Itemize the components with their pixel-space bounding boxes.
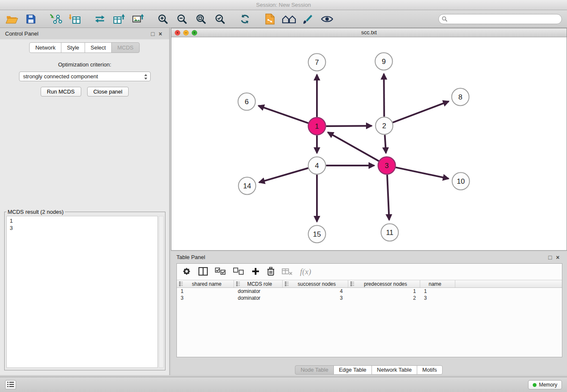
graph-node-label: 3: [385, 162, 388, 170]
import-table-button[interactable]: [68, 12, 82, 26]
zoom-window-icon[interactable]: +: [192, 30, 197, 36]
status-bar: Memory: [0, 377, 567, 392]
network-view-window: × − + scc.txt 7968124314101511: [171, 28, 567, 251]
graph-edge-2-8[interactable]: [393, 101, 449, 122]
refresh-arrows-icon: [239, 14, 250, 25]
import-network-icon: [50, 14, 62, 25]
graph-edge-1-6[interactable]: [259, 106, 308, 123]
graph-node-label: 2: [382, 122, 386, 130]
table-settings-button[interactable]: [182, 267, 191, 277]
tab-edge-table[interactable]: Edge Table: [333, 365, 372, 375]
delete-table-icon: [282, 268, 293, 276]
network-graph[interactable]: 7968124314101511: [171, 37, 567, 250]
table-panel-header: Table Panel □ ×: [171, 251, 567, 263]
close-table-panel-icon[interactable]: ×: [554, 254, 561, 261]
tab-mcds[interactable]: MCDS: [111, 42, 139, 53]
network-document-button[interactable]: [263, 12, 277, 26]
apply-function-button[interactable]: f(x): [300, 267, 311, 276]
table-cell: 2: [348, 295, 420, 301]
tab-select[interactable]: Select: [85, 42, 112, 53]
float-panel-icon[interactable]: □: [149, 30, 157, 38]
export-image-button[interactable]: [131, 12, 145, 26]
add-row-button[interactable]: [251, 267, 260, 277]
import-table-icon: [69, 14, 81, 25]
zoom-in-icon: [157, 14, 168, 25]
close-window-icon[interactable]: ×: [175, 30, 180, 36]
column-header-mcds-role[interactable]: MCDS role: [234, 280, 283, 287]
memory-button[interactable]: Memory: [528, 380, 562, 389]
show-panel-list-button[interactable]: [5, 380, 16, 389]
graph-edge-3-1[interactable]: [328, 133, 379, 161]
graph-edge-3-10[interactable]: [396, 167, 449, 179]
mcds-result-box[interactable]: 1 3: [6, 216, 158, 368]
tab-network-table[interactable]: Network Table: [372, 365, 417, 375]
delete-rows-button[interactable]: [267, 267, 275, 277]
graphics-details-button[interactable]: [320, 12, 334, 26]
graph-edge-2-3[interactable]: [385, 135, 386, 153]
tab-node-table[interactable]: Node Table: [295, 365, 334, 375]
save-session-button[interactable]: [24, 12, 38, 26]
export-table-button[interactable]: [112, 12, 126, 26]
table-cell: dominator: [234, 288, 283, 295]
minimize-window-icon[interactable]: −: [183, 30, 189, 36]
column-type-icon: [236, 282, 241, 286]
apply-layout-button[interactable]: [238, 12, 252, 26]
graph-node-label: 14: [243, 182, 251, 190]
import-network-button[interactable]: [49, 12, 63, 26]
app-titlebar: Session: New Session: [0, 0, 567, 10]
table-cell: dominator: [234, 295, 283, 301]
memory-status-dot-icon: [533, 383, 537, 387]
zoom-selected-button[interactable]: [213, 12, 227, 26]
houses-icon: [282, 14, 296, 24]
network-canvas[interactable]: 7968124314101511: [171, 37, 567, 250]
float-table-panel-icon[interactable]: □: [546, 254, 554, 261]
table-cell: 1: [177, 288, 234, 295]
column-header-shared-name[interactable]: shared name: [177, 280, 234, 287]
table-toolbar: f(x): [177, 264, 562, 280]
table-row[interactable]: 1dominator411: [177, 288, 562, 295]
table-row[interactable]: 3dominator323: [177, 295, 562, 301]
result-scrollbar-track[interactable]: [159, 216, 164, 368]
home-button[interactable]: [282, 12, 296, 26]
delete-table-button[interactable]: [282, 268, 293, 276]
dropdown-arrows-icon: [144, 74, 148, 80]
table-cell: 3: [420, 295, 455, 301]
criterion-select[interactable]: strongly connected component: [19, 72, 151, 81]
network-window-titlebar[interactable]: × − + scc.txt: [171, 28, 567, 37]
open-file-button[interactable]: [5, 12, 19, 26]
export-network-button[interactable]: [93, 12, 107, 26]
graph-edge-2-9[interactable]: [384, 74, 384, 117]
column-header-predecessor-nodes[interactable]: predecessor nodes: [348, 280, 420, 287]
tab-motifs[interactable]: Motifs: [417, 365, 443, 375]
select-all-rows-button[interactable]: [215, 268, 226, 276]
show-columns-button[interactable]: [198, 267, 208, 277]
graph-node-label: 11: [386, 229, 394, 237]
zoom-in-button[interactable]: [156, 12, 170, 26]
criterion-selected-value: strongly connected component: [23, 73, 98, 80]
paint-style-button[interactable]: [301, 12, 315, 26]
column-label: name: [420, 281, 450, 287]
close-panel-icon[interactable]: ×: [157, 30, 164, 38]
table-cell: 1: [420, 288, 455, 295]
export-image-icon: [132, 14, 144, 25]
column-header-successor-nodes[interactable]: successor nodes: [283, 280, 348, 287]
mcds-result-legend: MCDS result (2 nodes): [6, 209, 65, 215]
paint-brush-icon: [303, 14, 314, 25]
graph-edge-1-2[interactable]: [326, 126, 372, 126]
zoom-out-button[interactable]: [175, 12, 189, 26]
tab-network[interactable]: Network: [29, 42, 61, 53]
gear-icon: [182, 267, 191, 277]
search-input[interactable]: [438, 14, 562, 24]
fit-content-button[interactable]: [194, 12, 208, 26]
tab-style[interactable]: Style: [61, 42, 85, 53]
graph-edge-4-14[interactable]: [259, 168, 308, 182]
mcds-result-line: 1: [10, 217, 154, 224]
deselect-all-rows-button[interactable]: [233, 268, 244, 276]
run-mcds-button[interactable]: Run MCDS: [41, 87, 81, 97]
column-header-name[interactable]: name: [420, 280, 455, 287]
table-panel-body: f(x) shared name MCDS role successor nod…: [176, 263, 562, 357]
close-panel-button[interactable]: Close panel: [87, 87, 129, 97]
graph-edge-3-11[interactable]: [387, 175, 389, 220]
graph-node-label: 8: [458, 93, 462, 101]
table-panel: Table Panel □ ×: [171, 251, 567, 375]
